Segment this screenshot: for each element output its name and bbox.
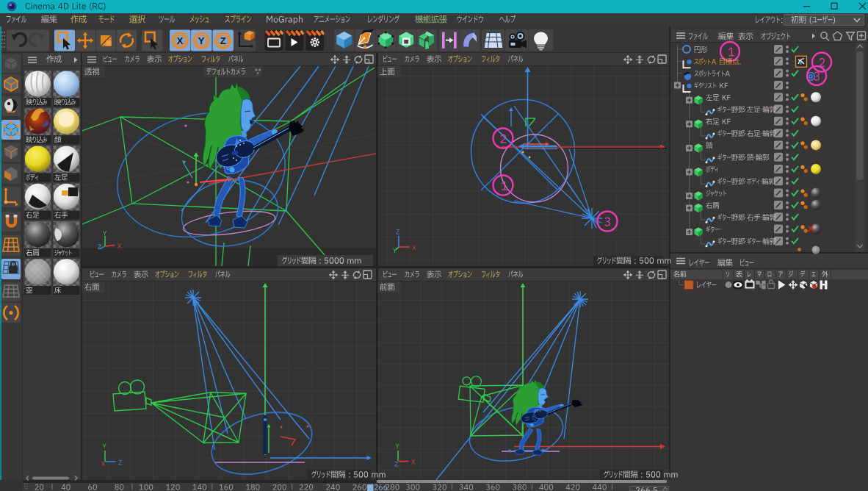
svg-text:Z: Z	[220, 35, 226, 46]
svg-text:Y: Y	[198, 35, 205, 46]
svg-text:X: X	[177, 35, 184, 46]
